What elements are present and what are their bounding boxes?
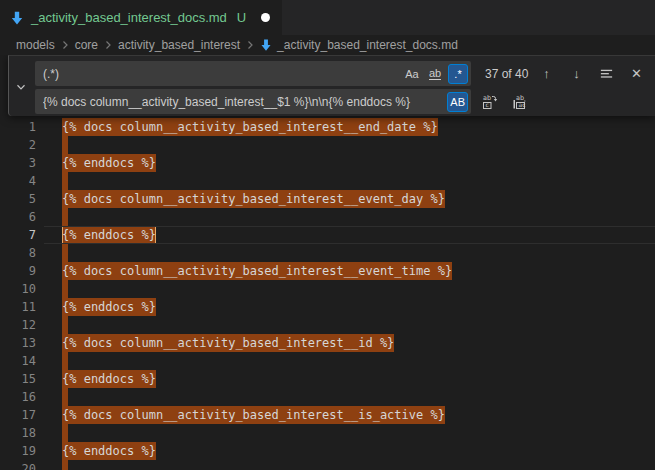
- code-line[interactable]: 14: [0, 352, 655, 370]
- code-line[interactable]: 13{% docs column__activity_based_interes…: [0, 334, 655, 352]
- unsaved-dot-icon[interactable]: [261, 13, 270, 22]
- line-content: {% enddocs %}: [62, 442, 156, 460]
- replace-all-button[interactable]: ab ac: [511, 93, 528, 110]
- code-line[interactable]: 8: [0, 244, 655, 262]
- markdown-file-icon: [9, 10, 25, 26]
- code-line[interactable]: 7{% enddocs %}: [0, 226, 655, 244]
- line-content: {% docs column__activity_based_interest_…: [62, 118, 438, 136]
- code-line[interactable]: 20: [0, 460, 655, 470]
- regex-label: .*: [454, 68, 461, 80]
- code-line[interactable]: 16: [0, 388, 655, 406]
- preserve-case-toggle[interactable]: AB: [447, 92, 468, 112]
- find-match: [62, 424, 68, 442]
- breadcrumb-item-activity-based-interest[interactable]: activity_based_interest: [117, 38, 241, 52]
- line-content: {% enddocs %}: [62, 370, 156, 388]
- line-content: [62, 280, 68, 298]
- find-match: {% enddocs %}: [62, 298, 156, 316]
- line-number: 10: [0, 280, 36, 298]
- whole-word-toggle[interactable]: ab: [425, 64, 445, 84]
- editor[interactable]: Aa ab .* 37 of 40 ↑: [0, 55, 655, 470]
- breadcrumb-item-file[interactable]: _activity_based_interest_docs.md: [259, 38, 458, 52]
- code-lines: 1{% docs column__activity_based_interest…: [0, 118, 655, 470]
- vscode-window: _activity_based_interest_docs.md U model…: [0, 0, 655, 470]
- code-line[interactable]: 15{% enddocs %}: [0, 370, 655, 388]
- breadcrumb-item-models[interactable]: models: [15, 38, 56, 52]
- previous-match-button[interactable]: ↑: [538, 65, 555, 82]
- line-number: 6: [0, 208, 36, 226]
- markdown-file-icon: [259, 38, 273, 52]
- line-number: 18: [0, 424, 36, 442]
- code-line[interactable]: 3{% enddocs %}: [0, 154, 655, 172]
- find-match: [62, 460, 68, 470]
- find-match: [62, 388, 68, 406]
- line-content: {% docs column__activity_based_interest_…: [62, 334, 394, 352]
- line-content: [62, 316, 68, 334]
- find-match: [62, 280, 68, 298]
- line-content: {% docs column__activity_based_interest_…: [62, 190, 445, 208]
- line-number: 15: [0, 370, 36, 388]
- replace-input[interactable]: [35, 95, 447, 109]
- line-content: [62, 244, 68, 262]
- regex-toggle[interactable]: .*: [448, 64, 468, 84]
- find-input[interactable]: [35, 67, 402, 81]
- code-line[interactable]: 19{% enddocs %}: [0, 442, 655, 460]
- line-content: {% docs column__activity_based_interest_…: [62, 406, 445, 424]
- close-find-button[interactable]: ✕: [628, 65, 645, 82]
- find-match: [62, 244, 68, 262]
- code-line[interactable]: 1{% docs column__activity_based_interest…: [0, 118, 655, 136]
- code-line[interactable]: 2: [0, 136, 655, 154]
- toggle-replace-chevron-icon[interactable]: [12, 78, 30, 96]
- tab-activity-docs[interactable]: _activity_based_interest_docs.md U: [0, 0, 282, 35]
- find-match: {% enddocs %}: [62, 442, 156, 460]
- line-number: 4: [0, 172, 36, 190]
- find-match: {% enddocs %}: [62, 370, 156, 388]
- code-line[interactable]: 10: [0, 280, 655, 298]
- breadcrumb: models core activity_based_interest _act…: [0, 35, 655, 55]
- code-line[interactable]: 4: [0, 172, 655, 190]
- line-number: 9: [0, 262, 36, 280]
- match-case-toggle[interactable]: Aa: [402, 64, 422, 84]
- code-line[interactable]: 9{% docs column__activity_based_interest…: [0, 262, 655, 280]
- current-find-match: {% enddocs %}: [62, 226, 156, 244]
- line-content: {% enddocs %}: [62, 226, 156, 244]
- preserve-case-label: AB: [450, 96, 465, 108]
- chevron-right-icon: [244, 39, 256, 51]
- line-content: [62, 460, 68, 470]
- arrow-down-icon: ↓: [573, 66, 580, 81]
- selection-lines-icon: [599, 66, 614, 81]
- code-line[interactable]: 11{% enddocs %}: [0, 298, 655, 316]
- line-content: [62, 172, 68, 190]
- line-content: {% docs column__activity_based_interest_…: [62, 262, 452, 280]
- next-match-button[interactable]: ↓: [568, 65, 585, 82]
- find-match: {% docs column__activity_based_interest_…: [62, 334, 394, 352]
- find-match: {% docs column__activity_based_interest_…: [62, 190, 445, 208]
- line-content: [62, 424, 68, 442]
- replace-icon: ab c: [482, 94, 498, 110]
- code-line[interactable]: 5{% docs column__activity_based_interest…: [0, 190, 655, 208]
- find-in-selection-button[interactable]: [598, 65, 615, 82]
- breadcrumb-item-core[interactable]: core: [74, 38, 99, 52]
- code-line[interactable]: 17{% docs column__activity_based_interes…: [0, 406, 655, 424]
- find-match: [62, 136, 68, 154]
- breadcrumb-file-label: _activity_based_interest_docs.md: [277, 38, 458, 52]
- code-line[interactable]: 6: [0, 208, 655, 226]
- line-number: 13: [0, 334, 36, 352]
- find-match: [62, 316, 68, 334]
- svg-text:ac: ac: [518, 101, 525, 108]
- find-match: [62, 172, 68, 190]
- code-line[interactable]: 18: [0, 424, 655, 442]
- arrow-up-icon: ↑: [543, 66, 550, 81]
- find-match: {% docs column__activity_based_interest_…: [62, 262, 452, 280]
- line-content: {% enddocs %}: [62, 154, 156, 172]
- line-number: 20: [0, 460, 36, 470]
- line-number: 8: [0, 244, 36, 262]
- line-number: 16: [0, 388, 36, 406]
- code-line[interactable]: 12: [0, 316, 655, 334]
- replace-button[interactable]: ab c: [481, 93, 498, 110]
- replace-all-icon: ab ac: [512, 94, 528, 110]
- line-content: [62, 388, 68, 406]
- chevron-right-icon: [102, 39, 114, 51]
- git-status-badge: U: [237, 10, 246, 25]
- line-number: 2: [0, 136, 36, 154]
- close-icon: ✕: [631, 66, 642, 81]
